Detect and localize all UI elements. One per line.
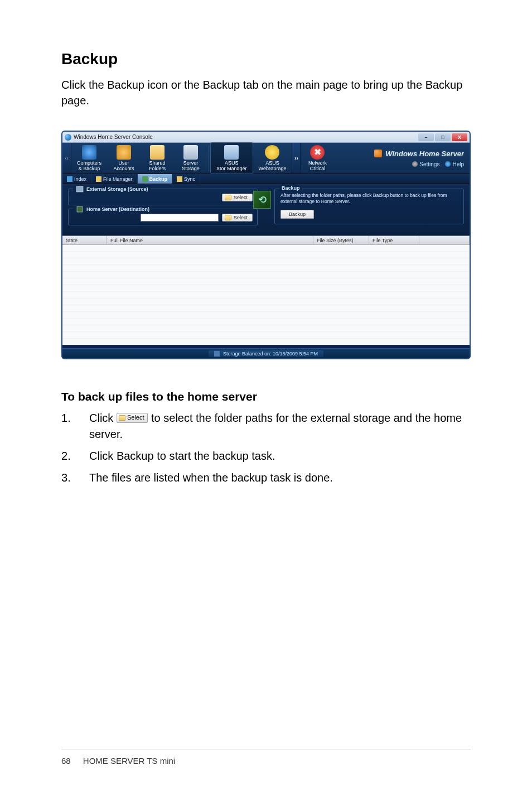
step-1: Click Select to select the folder paths … xyxy=(61,410,471,442)
whs-brand-icon xyxy=(374,150,382,157)
backup-group: Backup After selecting the folder paths,… xyxy=(274,189,464,224)
status-bar: Storage Balanced on: 10/16/2009 5:54 PM xyxy=(62,348,470,358)
column-filename[interactable]: Full File Name xyxy=(107,236,313,244)
nav-prev-button[interactable]: ‹‹ xyxy=(62,143,71,174)
index-icon xyxy=(67,176,72,182)
table-row xyxy=(62,325,470,332)
page-number: 68 xyxy=(61,756,71,766)
inline-select-button: Select xyxy=(117,413,148,423)
toolbar-divider xyxy=(209,146,209,171)
toolbar-label: NetworkCritical xyxy=(308,161,327,172)
help-icon xyxy=(445,161,451,167)
select-source-button[interactable]: Select xyxy=(222,194,253,201)
table-row xyxy=(62,278,470,285)
toolbar-xtor-manager[interactable]: ASUSXtor Manager xyxy=(210,142,253,175)
subtab-index[interactable]: Index xyxy=(62,174,91,184)
table-row xyxy=(62,312,470,319)
external-storage-icon xyxy=(75,185,84,193)
table-row xyxy=(62,265,470,272)
whs-brand-text: Windows Home Server xyxy=(385,150,464,158)
select-destination-button[interactable]: Select xyxy=(222,214,253,222)
home-server-icon xyxy=(75,205,84,213)
titlebar: Windows Home Server Console – □ X xyxy=(62,132,470,143)
folder-icon xyxy=(225,215,231,220)
folder-icon xyxy=(225,195,231,200)
subtab-file-manager[interactable]: File Manager xyxy=(91,174,138,184)
close-button[interactable]: X xyxy=(452,133,467,141)
home-server-group: Home Server (Destination) Select xyxy=(68,209,258,225)
external-storage-group: External Storage (Source) Select xyxy=(68,189,258,205)
table-row xyxy=(62,332,470,339)
settings-link[interactable]: Settings xyxy=(412,161,439,167)
svg-rect-0 xyxy=(76,186,83,192)
status-icon xyxy=(214,351,220,357)
maximize-button[interactable]: □ xyxy=(435,133,451,141)
toolbar-label: ASUSWebStorage xyxy=(259,161,287,172)
gear-icon xyxy=(412,161,418,167)
backup-icon xyxy=(142,176,148,182)
intro-paragraph: Click the Backup icon or the Backup tab … xyxy=(61,77,471,108)
screenshot-window: Windows Home Server Console – □ X ‹‹ Com… xyxy=(61,131,471,359)
network-critical-icon: ✖ xyxy=(310,145,325,160)
toolbar-network[interactable]: ✖ NetworkCritical xyxy=(301,143,334,174)
table-row xyxy=(62,305,470,312)
toolbar-user-accounts[interactable]: UserAccounts xyxy=(107,143,141,174)
product-name: HOME SERVER TS mini xyxy=(83,756,175,766)
backup-description: After selecting the folder paths, please… xyxy=(280,192,458,205)
section-title: Backup xyxy=(61,50,471,68)
table-row xyxy=(62,319,470,325)
table-row xyxy=(62,285,470,292)
subtab-sync[interactable]: Sync xyxy=(172,174,200,184)
window-title: Windows Home Server Console xyxy=(74,134,153,140)
sync-icon xyxy=(177,176,182,182)
help-link[interactable]: Help xyxy=(445,161,464,167)
step-list: Click Select to select the folder paths … xyxy=(61,410,471,486)
nav-more-button[interactable]: ›› xyxy=(292,143,301,174)
table-row xyxy=(62,252,470,258)
table-row xyxy=(62,292,470,299)
backup-group-title: Backup xyxy=(279,185,302,191)
column-filetype[interactable]: File Type xyxy=(369,236,419,244)
subtab-backup[interactable]: Backup xyxy=(138,174,173,184)
table-body xyxy=(62,245,470,345)
backup-button[interactable]: Backup xyxy=(280,210,314,219)
computers-icon xyxy=(82,145,96,160)
content-area: External Storage (Source) Select Home Se… xyxy=(62,184,470,235)
users-icon xyxy=(117,145,131,160)
subtabs-bar: Index File Manager Backup Sync xyxy=(62,174,470,184)
main-toolbar: ‹‹ Computers& Backup UserAccounts Shared… xyxy=(62,143,470,174)
page-footer: 68 HOME SERVER TS mini xyxy=(61,749,471,766)
column-empty[interactable] xyxy=(419,236,470,244)
svg-rect-1 xyxy=(77,206,83,212)
instructions-title: To back up files to the home server xyxy=(61,390,471,403)
folders-icon xyxy=(150,145,165,160)
toolbar-label: ServerStorage xyxy=(182,161,200,172)
minimize-button[interactable]: – xyxy=(418,133,434,141)
table-header: State Full File Name File Size (Bytes) F… xyxy=(62,236,470,245)
toolbar-webstorage[interactable]: ASUSWebStorage xyxy=(253,143,292,174)
toolbar-server-storage[interactable]: ServerStorage xyxy=(174,143,207,174)
folder-icon xyxy=(119,415,125,421)
column-state[interactable]: State xyxy=(62,236,107,244)
table-row xyxy=(62,258,470,265)
table-row xyxy=(62,299,470,305)
destination-path-input[interactable] xyxy=(141,214,219,222)
toolbar-label: SharedFolders xyxy=(149,161,166,172)
toolbar-computers-backup[interactable]: Computers& Backup xyxy=(71,143,107,174)
status-text: Storage Balanced on: 10/16/2009 5:54 PM xyxy=(223,351,318,357)
column-filesize[interactable]: File Size (Bytes) xyxy=(313,236,369,244)
table-row xyxy=(62,245,470,252)
step-3: The files are listed when the backup tas… xyxy=(61,470,471,486)
table-row xyxy=(62,272,470,278)
toolbar-shared-folders[interactable]: SharedFolders xyxy=(141,143,174,174)
file-manager-icon xyxy=(96,176,101,182)
xtor-icon xyxy=(224,145,239,160)
app-icon xyxy=(65,134,71,141)
toolbar-label: ASUSXtor Manager xyxy=(216,161,247,172)
webstorage-icon xyxy=(265,145,279,160)
backup-large-icon: ⟲ xyxy=(253,191,271,209)
toolbar-label: Computers& Backup xyxy=(77,161,101,172)
toolbar-label: UserAccounts xyxy=(114,161,134,172)
file-table: State Full File Name File Size (Bytes) F… xyxy=(62,235,470,345)
step-2: Click Backup to start the backup task. xyxy=(61,448,471,464)
